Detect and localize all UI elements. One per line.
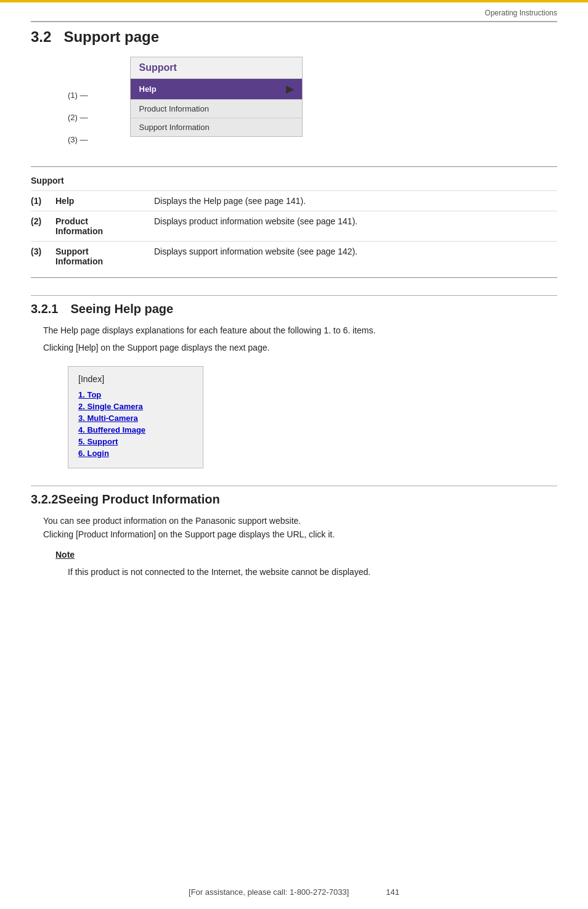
support-menu-mockup: Support Help ▶ Product Information Suppo… <box>130 57 303 137</box>
menu-label-2: (2) — <box>68 113 88 122</box>
support-table-section: Support (1) Help Displays the Help page … <box>31 166 557 278</box>
row-desc-3: Displays support information website (se… <box>154 247 557 256</box>
row-label-3: SupportInformation <box>55 247 154 266</box>
section-321-heading: 3.2.1Seeing Help page <box>31 295 557 316</box>
menu-label-3: (3) — <box>68 135 88 144</box>
table-row: (1) Help Displays the Help page (see pag… <box>31 190 557 211</box>
table-row: (3) SupportInformation Displays support … <box>31 241 557 271</box>
index-link-buffered-image[interactable]: 4. Buffered Image <box>78 425 193 434</box>
section-321-para1: The Help page displays explanations for … <box>43 324 557 337</box>
row-num-3: (3) <box>31 247 55 256</box>
section-321-body: The Help page displays explanations for … <box>43 324 557 355</box>
index-link-multi-camera[interactable]: 3. Multi-Camera <box>78 414 193 423</box>
section-322-para2: Clicking [Product Information] on the Su… <box>43 528 557 541</box>
row-desc-2: Displays product information website (se… <box>154 216 557 226</box>
note-label: Note <box>55 548 557 561</box>
op-instructions-label: Operating Instructions <box>31 9 557 17</box>
section-32-heading: 3.2Support page <box>31 21 557 46</box>
row-label-1: Help <box>55 196 154 206</box>
footer-assistance: [For assistance, please call: 1-800-272-… <box>189 887 349 897</box>
index-link-support[interactable]: 5. Support <box>78 437 193 446</box>
page-footer: [For assistance, please call: 1-800-272-… <box>0 887 588 897</box>
menu-item-product-info-label: Product Information <box>139 104 209 113</box>
section-322-para1: You can see product information on the P… <box>43 514 557 528</box>
menu-item-support-info-label: Support Information <box>139 123 210 132</box>
table-row: (2) ProductInformation Displays product … <box>31 211 557 241</box>
row-num-1: (1) <box>31 196 55 206</box>
menu-item-help[interactable]: Help ▶ <box>131 79 302 99</box>
menu-item-support-info[interactable]: Support Information <box>131 118 302 136</box>
section-322-heading: 3.2.2Seeing Product Information <box>31 486 557 507</box>
row-desc-1: Displays the Help page (see page 141). <box>154 196 557 206</box>
row-num-2: (2) <box>31 216 55 226</box>
support-table-header: Support <box>31 173 557 190</box>
note-section: Note If this product is not connected to… <box>55 548 557 579</box>
menu-title: Support <box>131 57 302 79</box>
index-link-top[interactable]: 1. Top <box>78 390 193 399</box>
menu-label-1: (1) — <box>68 91 88 100</box>
section-321-para2: Clicking [Help] on the Support page disp… <box>43 341 557 354</box>
menu-arrow-icon: ▶ <box>286 83 293 95</box>
note-body: If this product is not connected to the … <box>68 565 557 579</box>
page-number: 141 <box>386 887 399 897</box>
section-322-body: You can see product information on the P… <box>43 514 557 579</box>
index-link-single-camera[interactable]: 2. Single Camera <box>78 402 193 411</box>
index-mockup: [Index] 1. Top 2. Single Camera 3. Multi… <box>68 366 203 468</box>
menu-item-help-label: Help <box>139 84 157 94</box>
row-label-2: ProductInformation <box>55 216 154 236</box>
menu-item-product-info[interactable]: Product Information <box>131 99 302 118</box>
index-link-login[interactable]: 6. Login <box>78 449 193 458</box>
index-title: [Index] <box>78 374 193 384</box>
